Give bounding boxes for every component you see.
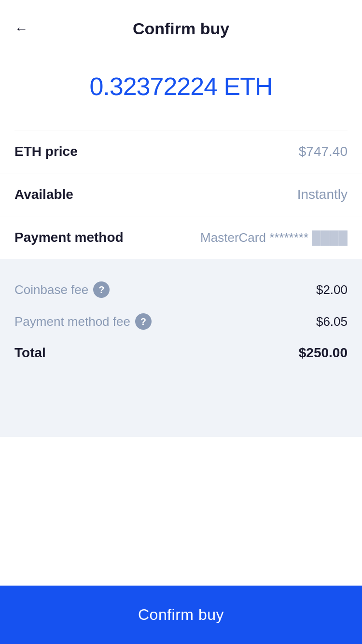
coinbase-fee-label: Coinbase fee xyxy=(14,282,88,297)
total-value: $250.00 xyxy=(299,345,348,361)
total-row: Total $250.00 xyxy=(14,337,348,368)
eth-price-row: ETH price $747.40 xyxy=(0,130,362,173)
amount-section: 0.32372224 ETH xyxy=(0,48,362,130)
eth-price-value: $747.40 xyxy=(299,144,348,159)
payment-method-fee-label: Payment method fee xyxy=(14,314,130,329)
header: ← Confirm buy xyxy=(0,0,362,48)
eth-price-label: ETH price xyxy=(14,144,78,159)
total-label: Total xyxy=(14,345,46,361)
back-button[interactable]: ← xyxy=(14,21,28,37)
available-label: Available xyxy=(14,187,73,202)
payment-method-value: MasterCard ******** ████ xyxy=(200,230,348,245)
spacer xyxy=(0,437,362,586)
page-title: Confirm buy xyxy=(133,19,229,38)
payment-method-fee-help-icon[interactable]: ? xyxy=(135,313,152,330)
payment-method-row[interactable]: Payment method MasterCard ******** ████ xyxy=(0,216,362,259)
coinbase-fee-label-container: Coinbase fee ? xyxy=(14,281,110,298)
available-row: Available Instantly xyxy=(0,173,362,216)
fees-section: Coinbase fee ? $2.00 Payment method fee … xyxy=(0,259,362,437)
coinbase-fee-row: Coinbase fee ? $2.00 xyxy=(14,274,348,306)
coinbase-fee-help-icon[interactable]: ? xyxy=(93,281,110,298)
payment-method-fee-row: Payment method fee ? $6.05 xyxy=(14,306,348,337)
payment-method-fee-value: $6.05 xyxy=(316,314,348,329)
confirm-buy-button[interactable]: Confirm buy xyxy=(0,586,362,644)
eth-amount: 0.32372224 ETH xyxy=(89,72,272,101)
details-section: ETH price $747.40 Available Instantly Pa… xyxy=(0,130,362,259)
payment-method-label: Payment method xyxy=(14,230,124,245)
available-value: Instantly xyxy=(297,187,348,202)
payment-method-fee-label-container: Payment method fee ? xyxy=(14,313,152,330)
coinbase-fee-value: $2.00 xyxy=(316,282,348,297)
